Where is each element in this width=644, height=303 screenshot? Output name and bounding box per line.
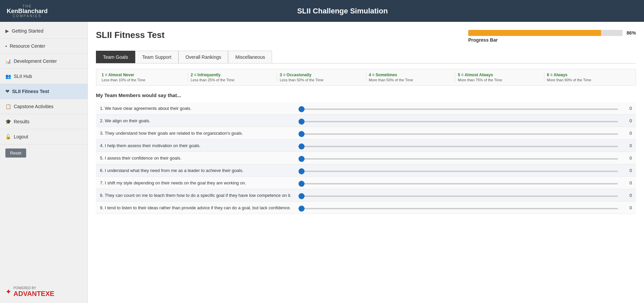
question-text-3: 3. They understand how their goals are r…: [100, 131, 294, 136]
question-text-4: 4. I help them assess their motivation o…: [100, 143, 294, 148]
slider-container-2: [299, 118, 618, 123]
question-row-2: 2. We align on their goals. 0: [96, 115, 636, 127]
scale-desc-4: More than 50% of the Time: [369, 78, 452, 82]
play-icon: ▶: [5, 28, 9, 34]
scale-desc-1: Less than 10% of the Time: [102, 78, 185, 82]
question-row-6: 6. I understand what they need from me a…: [96, 164, 636, 177]
question-row-8: 8. They can count on me to teach them ho…: [96, 189, 636, 202]
scale-item-6: 6 = Always More than 90% of the Time: [544, 73, 633, 82]
main-layout: ▶ Getting Started ▪ Resource Center 📊 De…: [0, 22, 644, 303]
progress-row: 86%: [468, 30, 636, 36]
slider-value-8: 0: [622, 193, 632, 198]
slider-value-5: 0: [622, 156, 632, 161]
slider-value-6: 0: [622, 168, 632, 173]
slider-7[interactable]: [299, 183, 618, 184]
app-header: THE KenBlanchard COMPANIES SLII Challeng…: [0, 0, 644, 22]
question-row-1: 1. We have clear agreements about their …: [96, 102, 636, 115]
tab-miscellaneous[interactable]: Miscellaneous: [228, 51, 272, 63]
slider-value-4: 0: [622, 143, 632, 148]
slider-container-4: [299, 143, 618, 148]
progress-label: Progress Bar: [468, 37, 498, 43]
slider-container-5: [299, 155, 618, 161]
logo: THE KenBlanchard COMPANIES: [7, 4, 48, 18]
scale-title-4: 4 = Sometimes: [369, 73, 452, 77]
sidebar: ▶ Getting Started ▪ Resource Center 📊 De…: [0, 22, 88, 303]
sidebar-item-logout[interactable]: 🔓 Logout: [0, 129, 88, 144]
tab-team-support[interactable]: Team Support: [135, 51, 178, 63]
sidebar-item-capstone-activities[interactable]: 📋 Capstone Activities: [0, 99, 88, 114]
advantexe-logo-icon: ✦: [5, 288, 11, 296]
app-title: SLII Challenge Simulation: [48, 7, 637, 15]
sidebar-item-development-center[interactable]: 📊 Development Center: [0, 54, 88, 69]
hub-icon: 👥: [5, 74, 11, 79]
question-row-9: 9. I tend to listen to their ideas rathe…: [96, 202, 636, 214]
scale-item-1: 1 = Almost Never Less than 10% of the Ti…: [99, 73, 188, 82]
slider-container-9: [299, 205, 618, 210]
resource-icon: ▪: [5, 43, 7, 49]
fitness-icon: ❤: [5, 89, 9, 94]
slider-2[interactable]: [299, 121, 618, 122]
slider-5[interactable]: [299, 158, 618, 160]
scale-item-2: 2 = Infrequently Less than 25% of the Ti…: [188, 73, 277, 82]
question-row-5: 5. I assess their confidence on their go…: [96, 152, 636, 164]
scale-desc-5: More than 75% of the Time: [458, 78, 541, 82]
progress-percentage: 86%: [627, 30, 636, 36]
scale-desc-3: Less than 50% of the Time: [280, 78, 363, 82]
tab-team-goals[interactable]: Team Goals: [96, 51, 135, 63]
slider-3[interactable]: [299, 133, 618, 135]
slider-container-1: [299, 105, 618, 111]
slider-value-7: 0: [622, 180, 632, 185]
scale-title-6: 6 = Always: [547, 73, 631, 77]
question-text-6: 6. I understand what they need from me a…: [100, 168, 294, 173]
content-area: SLII Fitness Test 86% Progress Bar Team …: [88, 22, 644, 303]
powered-by-section: POWERED BY ADVANTEXE: [13, 286, 54, 298]
slider-container-8: [299, 192, 618, 198]
slider-value-3: 0: [622, 131, 632, 136]
sidebar-item-slii-fitness-test[interactable]: ❤ SLII Fitness Test: [0, 84, 88, 99]
question-row-7: 7. I shift my style depending on their n…: [96, 177, 636, 189]
question-text-8: 8. They can count on me to teach them ho…: [100, 193, 294, 198]
slider-1[interactable]: [299, 109, 618, 110]
scale-title-3: 3 = Occasionally: [280, 73, 363, 77]
logo-companies: COMPANIES: [13, 14, 42, 18]
scale-desc-2: Less than 25% of the Time: [191, 78, 274, 82]
sidebar-item-results[interactable]: 🎓 Results: [0, 114, 88, 129]
sidebar-item-getting-started[interactable]: ▶ Getting Started: [0, 24, 88, 39]
slider-8[interactable]: [299, 196, 618, 197]
scale-item-4: 4 = Sometimes More than 50% of the Time: [366, 73, 455, 82]
sidebar-item-resource-center[interactable]: ▪ Resource Center: [0, 39, 88, 54]
slider-4[interactable]: [299, 146, 618, 147]
page-header: SLII Fitness Test 86% Progress Bar: [96, 30, 636, 43]
slider-container-3: [299, 130, 618, 136]
page-title: SLII Fitness Test: [96, 30, 165, 40]
progress-bar-fill: [468, 30, 601, 36]
question-text-1: 1. We have clear agreements about their …: [100, 106, 294, 111]
slider-value-9: 0: [622, 205, 632, 210]
section-heading: My Team Members would say that...: [96, 92, 636, 98]
reset-button[interactable]: Reset: [5, 148, 26, 158]
question-text-9: 9. I tend to listen to their ideas rathe…: [100, 205, 294, 210]
slider-9[interactable]: [299, 208, 618, 209]
scale-title-1: 1 = Almost Never: [102, 73, 185, 77]
dev-icon: 📊: [5, 58, 11, 64]
tab-overall-rankings[interactable]: Overall Rankings: [178, 51, 228, 63]
sidebar-item-slii-hub[interactable]: 👥 SLII Hub: [0, 69, 88, 84]
slider-container-6: [299, 168, 618, 173]
capstone-icon: 📋: [5, 104, 11, 109]
questions-list: 1. We have clear agreements about their …: [96, 102, 636, 214]
scale-legend: 1 = Almost Never Less than 10% of the Ti…: [96, 69, 636, 86]
slider-container-7: [299, 180, 618, 185]
logout-icon: 🔓: [5, 134, 11, 139]
question-text-7: 7. I shift my style depending on their n…: [100, 180, 294, 185]
sidebar-logo: ✦ POWERED BY ADVANTEXE: [0, 281, 88, 303]
question-row-4: 4. I help them assess their motivation o…: [96, 139, 636, 152]
results-icon: 🎓: [5, 119, 11, 124]
reset-section: Reset: [5, 148, 82, 158]
question-text-5: 5. I assess their confidence on their go…: [100, 156, 294, 161]
question-row-3: 3. They understand how their goals are r…: [96, 127, 636, 139]
scale-title-5: 5 = Almost Always: [458, 73, 541, 77]
scale-item-3: 3 = Occasionally Less than 50% of the Ti…: [277, 73, 366, 82]
scale-desc-6: More than 90% of the Time: [547, 78, 631, 82]
slider-6[interactable]: [299, 171, 618, 172]
slider-value-2: 0: [622, 118, 632, 123]
